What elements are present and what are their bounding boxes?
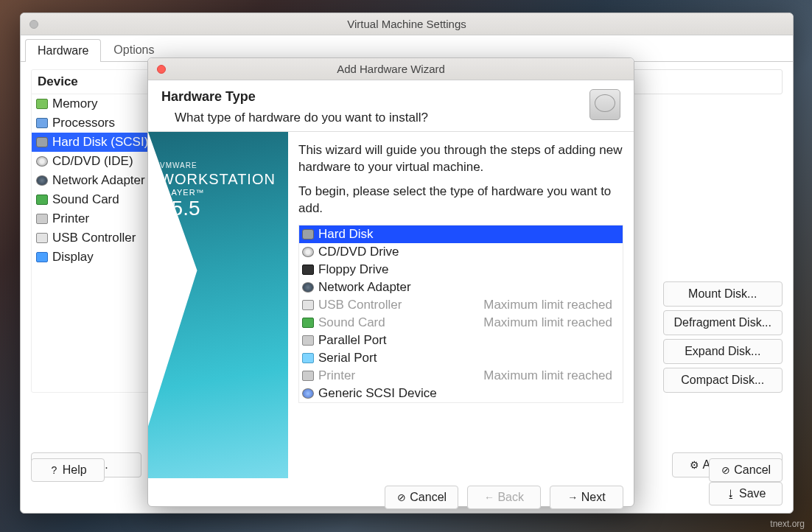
printer-icon: [302, 371, 314, 381]
wizard-header: Hardware Type What type of hardware do y…: [148, 80, 634, 132]
disk-icon: [302, 229, 314, 239]
hard-disk-icon: [589, 89, 620, 120]
brand-label: VMWARE: [160, 161, 276, 169]
cancel-icon: ⊘: [721, 464, 731, 476]
floppy-icon: [302, 265, 314, 275]
serial-icon: [302, 353, 314, 363]
cd-icon: [36, 156, 48, 167]
usb-icon: [302, 300, 314, 310]
hw-printer: PrinterMaximum limit reached: [299, 367, 623, 385]
wizard-intro-1: This wizard will guide you through the s…: [298, 142, 623, 176]
compact-disk-button[interactable]: Compact Disk...: [663, 368, 783, 393]
wizard-titlebar[interactable]: Add Hardware Wizard: [148, 58, 634, 80]
tab-hardware[interactable]: Hardware: [25, 39, 101, 62]
watermark: tnext.org: [770, 519, 805, 529]
printer-icon: [36, 214, 48, 224]
mount-disk-button[interactable]: Mount Disk...: [663, 281, 783, 307]
limit-label: Maximum limit reached: [483, 315, 620, 330]
hw-floppy[interactable]: Floppy Drive: [299, 261, 623, 279]
hw-usb: USB ControllerMaximum limit reached: [299, 296, 623, 314]
usb-icon: [36, 233, 48, 243]
network-icon: [302, 282, 314, 293]
sound-icon: [302, 318, 314, 328]
help-icon: ?: [49, 464, 59, 476]
cpu-icon: [36, 118, 48, 128]
wizard-heading: Hardware Type: [161, 89, 428, 105]
product-suffix: PLAYER™: [160, 188, 276, 197]
wizard-title: Add Hardware Wizard: [337, 63, 445, 75]
arrow-left-icon: ←: [484, 491, 494, 503]
wizard-footer: ⊘ Cancel ← Back → Next: [148, 478, 634, 517]
hw-generic-scsi[interactable]: Generic SCSI Device: [299, 385, 623, 402]
arrow-right-icon: →: [567, 491, 578, 503]
wizard-window-controls: [157, 65, 166, 74]
version-label: 15.5: [160, 197, 276, 220]
wizard-back-button: ← Back: [467, 486, 541, 509]
cancel-icon: ⊘: [396, 491, 407, 503]
wizard-main: This wizard will guide you through the s…: [288, 132, 634, 478]
memory-icon: [36, 99, 48, 109]
scsi-icon: [302, 388, 314, 399]
settings-cancel-button[interactable]: ⊘ Cancel: [709, 458, 783, 482]
add-hardware-wizard-window: Add Hardware Wizard Hardware Type What t…: [147, 57, 634, 507]
hw-serial[interactable]: Serial Port: [299, 349, 623, 367]
vm-settings-title: Virtual Machine Settings: [347, 18, 466, 30]
parallel-icon: [302, 335, 314, 346]
cd-icon: [302, 247, 314, 257]
close-icon[interactable]: [157, 65, 166, 74]
hw-hard-disk[interactable]: Hard Disk: [299, 225, 623, 243]
settings-save-button[interactable]: ⭳ Save: [709, 482, 783, 505]
vm-settings-titlebar[interactable]: Virtual Machine Settings: [21, 13, 793, 35]
hardware-type-list: Hard Disk CD/DVD Drive Floppy Drive Netw…: [298, 225, 623, 403]
wizard-intro-2: To begin, please select the type of hard…: [298, 183, 623, 217]
wizard-next-button[interactable]: → Next: [550, 486, 623, 509]
hw-sound: Sound CardMaximum limit reached: [299, 314, 623, 332]
defragment-disk-button[interactable]: Defragment Disk...: [663, 310, 783, 335]
window-controls: [29, 20, 38, 29]
wizard-sidebar: VMWARE WORKSTATION PLAYER™ 15.5: [148, 132, 288, 478]
display-icon: [36, 252, 48, 262]
hw-cddvd[interactable]: CD/DVD Drive: [299, 243, 623, 261]
disk-icon: [36, 137, 48, 147]
limit-label: Maximum limit reached: [483, 298, 620, 312]
wizard-cancel-button[interactable]: ⊘ Cancel: [385, 486, 458, 509]
sound-icon: [36, 195, 48, 205]
network-icon: [36, 175, 48, 186]
expand-disk-button[interactable]: Expand Disk...: [663, 339, 783, 364]
help-button[interactable]: ? Help: [31, 458, 105, 482]
limit-label: Maximum limit reached: [483, 368, 620, 383]
hw-network[interactable]: Network Adapter: [299, 279, 623, 296]
close-icon[interactable]: [29, 20, 38, 29]
save-icon: ⭳: [726, 488, 736, 500]
wizard-subheading: What type of hardware do you want to ins…: [161, 111, 428, 125]
hw-parallel[interactable]: Parallel Port: [299, 332, 623, 349]
